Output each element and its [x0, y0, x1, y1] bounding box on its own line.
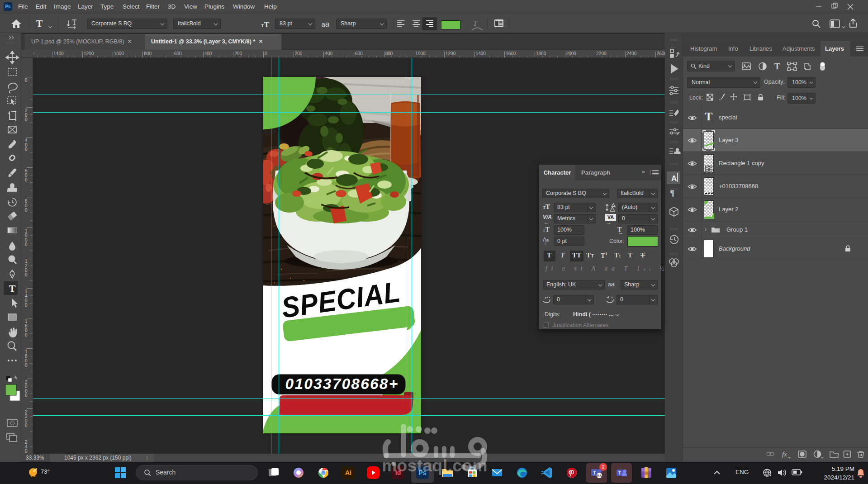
- svg-text:¶: ¶: [670, 188, 674, 198]
- svg-text:01033708668+: 01033708668+: [285, 375, 399, 392]
- svg-text:T: T: [774, 62, 780, 71]
- svg-text:MA: MA: [597, 474, 602, 477]
- svg-text:fx: fx: [782, 451, 787, 458]
- svg-text:T: T: [618, 470, 621, 475]
- svg-text:T: T: [593, 470, 596, 475]
- svg-text:mostaql.com: mostaql.com: [382, 456, 488, 475]
- svg-text:A: A: [671, 174, 677, 183]
- svg-text:T: T: [9, 283, 16, 294]
